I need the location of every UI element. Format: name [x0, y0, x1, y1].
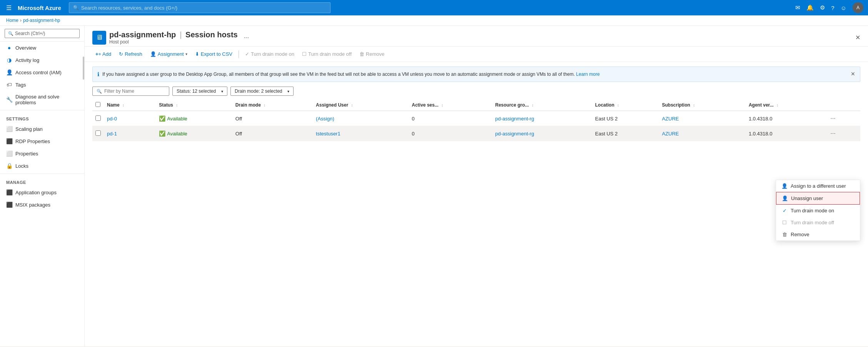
row-name-pd0[interactable]: pd-0	[107, 116, 117, 122]
sidebar-item-overview[interactable]: ● Overview	[0, 42, 84, 54]
info-banner-close-button[interactable]: ✕	[851, 71, 855, 77]
sidebar-search-placeholder: Search (Ctrl+/)	[15, 31, 45, 36]
drain-mode-pd0: Off	[232, 111, 313, 126]
sidebar-search-icon: 🔍	[8, 31, 13, 36]
sidebar-item-label: Locks	[15, 163, 28, 169]
sidebar: 🔍 Search (Ctrl+/) ● Overview ◑ Activity …	[0, 26, 85, 346]
hamburger-icon[interactable]: ☰	[5, 3, 13, 13]
sidebar-search-area: 🔍 Search (Ctrl+/)	[0, 26, 84, 42]
content-area: 🖥 pd-assignment-hp | Session hosts Host …	[85, 26, 868, 346]
context-menu-drain-mode-on[interactable]: ✓ Turn drain mode on	[776, 205, 860, 217]
notifications-icon[interactable]: 🔔	[806, 4, 814, 11]
sidebar-items: ● Overview ◑ Activity log 👤 Access contr…	[0, 42, 84, 346]
azure-logo: Microsoft Azure	[18, 5, 61, 11]
context-menu-remove[interactable]: 🗑 Remove	[776, 229, 860, 240]
row-more-button-pd1[interactable]: ···	[828, 129, 838, 138]
sidebar-item-app-groups[interactable]: ⬛ Application groups	[0, 186, 84, 199]
drain-filter[interactable]: Drain mode: 2 selected ▾	[230, 87, 294, 96]
sidebar-item-locks[interactable]: 🔒 Locks	[0, 160, 84, 172]
resource-group-pd1[interactable]: pd-assignment-rg	[495, 131, 534, 137]
drain-mode-on-button[interactable]: ✓ Turn drain mode on	[242, 50, 297, 58]
info-banner-text: If you have assigned a user group to the…	[102, 71, 848, 78]
sidebar-item-scaling-plan[interactable]: ⬜ Scaling plan	[0, 123, 84, 135]
sidebar-item-label: Scaling plan	[15, 126, 43, 132]
avatar[interactable]: A	[853, 2, 863, 13]
diagnose-icon: 🔧	[6, 97, 12, 103]
activity-log-icon: ◑	[6, 57, 12, 63]
col-agent-ver: Agent ver... ↕	[746, 100, 825, 111]
sidebar-item-tags[interactable]: 🏷 Tags	[0, 78, 84, 91]
sidebar-item-label: Activity log	[15, 57, 39, 63]
help-icon[interactable]: ?	[831, 5, 834, 11]
unassign-user-icon: 👤	[782, 195, 788, 201]
row-name-pd1[interactable]: pd-1	[107, 131, 117, 137]
remove-button[interactable]: 🗑 Remove	[356, 50, 387, 58]
sidebar-item-msix[interactable]: ⬛ MSIX packages	[0, 199, 84, 211]
subscription-pd1[interactable]: AZURE	[662, 131, 679, 137]
location-pd1: East US 2	[592, 126, 659, 141]
settings-section-title: Settings	[0, 112, 84, 123]
scaling-icon: ⬜	[6, 126, 12, 132]
active-sessions-pd0: 0	[409, 111, 492, 126]
assignment-icon: 👤	[150, 51, 156, 57]
sidebar-search[interactable]: 🔍 Search (Ctrl+/)	[5, 29, 80, 38]
row-checkbox-pd1[interactable]	[95, 130, 101, 136]
feedback-icon[interactable]: ☺	[841, 5, 846, 11]
search-input[interactable]	[81, 5, 326, 11]
manage-section-title: Manage	[0, 175, 84, 186]
toolbar-separator	[239, 50, 239, 58]
status-filter-label: Status: 12 selected	[177, 88, 216, 94]
sidebar-item-label: Diagnose and solve problems	[15, 94, 78, 105]
breadcrumb-resource[interactable]: pd-assignment-hp	[23, 18, 60, 23]
export-button[interactable]: ⬇ Export to CSV	[192, 50, 235, 58]
page-subtitle: Host pool	[109, 39, 238, 45]
assign-link-pd0[interactable]: (Assign)	[316, 116, 334, 122]
context-menu-drain-mode-off[interactable]: ☐ Turn drain mode off	[776, 217, 860, 229]
settings-icon[interactable]: ⚙	[820, 4, 825, 11]
subscription-pd0[interactable]: AZURE	[662, 116, 679, 122]
sidebar-item-diagnose[interactable]: 🔧 Diagnose and solve problems	[0, 91, 84, 108]
select-all-checkbox[interactable]	[95, 102, 100, 107]
sidebar-divider	[0, 110, 84, 110]
status-check-icon: ✅	[159, 115, 165, 122]
drain-filter-arrow: ▾	[287, 89, 289, 93]
breadcrumb-home[interactable]: Home	[6, 18, 18, 23]
global-search[interactable]: 🔍	[69, 2, 331, 13]
sidebar-item-rdp-properties[interactable]: ⬛ RDP Properties	[0, 135, 84, 147]
name-filter[interactable]: 🔍	[92, 87, 169, 96]
sidebar-item-access-control[interactable]: 👤 Access control (IAM)	[0, 66, 84, 78]
row-more-button-pd0[interactable]: ···	[828, 114, 838, 123]
col-location: Location ↕	[592, 100, 659, 111]
context-menu-unassign-user[interactable]: 👤 Unassign user	[776, 192, 860, 205]
access-control-icon: 👤	[6, 69, 12, 75]
drain-filter-label: Drain mode: 2 selected	[235, 88, 282, 94]
top-nav: ☰ Microsoft Azure 🔍 ✉ 🔔 ⚙ ? ☺ A	[0, 0, 868, 15]
assigned-user-pd1[interactable]: tstestuser1	[316, 131, 341, 137]
row-checkbox-pd0[interactable]	[95, 115, 101, 121]
drain-on-icon: ✓	[245, 51, 249, 57]
page-more-button[interactable]: ···	[244, 34, 249, 41]
name-filter-input[interactable]	[104, 88, 165, 94]
sidebar-item-activity-log[interactable]: ◑ Activity log	[0, 54, 84, 66]
status-filter[interactable]: Status: 12 selected ▾	[172, 87, 227, 96]
session-hosts-table: Name ↕ Status ↕ Drain mode ↕ Assigned Us…	[92, 100, 860, 141]
assignment-button[interactable]: 👤 Assignment ▾	[147, 50, 190, 58]
sidebar-item-properties[interactable]: ⬜ Properties	[0, 147, 84, 160]
sidebar-scrollbar[interactable]	[83, 57, 84, 80]
refresh-button[interactable]: ↻ Refresh	[116, 50, 145, 58]
context-menu-assign-different-user[interactable]: 👤 Assign to a different user	[776, 180, 860, 192]
table-row: pd-1 ✅ Available Off tstestuser1 0 pd-as…	[92, 126, 860, 141]
drain-mode-pd1: Off	[232, 126, 313, 141]
add-button[interactable]: + + Add	[92, 50, 114, 58]
sidebar-item-label: Access control (IAM)	[15, 70, 62, 75]
email-icon[interactable]: ✉	[795, 4, 800, 11]
drain-off-checkbox-icon: ☐	[781, 220, 788, 225]
drain-mode-off-button[interactable]: ☐ Turn drain mode off	[299, 50, 355, 58]
close-button[interactable]: ✕	[855, 34, 860, 41]
info-icon: ℹ	[97, 71, 99, 77]
resource-group-pd0[interactable]: pd-assignment-rg	[495, 116, 534, 122]
filters-row: 🔍 Status: 12 selected ▾ Drain mode: 2 se…	[85, 87, 868, 100]
status-check-icon: ✅	[159, 130, 165, 137]
sidebar-item-label: Application groups	[15, 190, 57, 195]
learn-more-link[interactable]: Learn more	[576, 72, 599, 77]
